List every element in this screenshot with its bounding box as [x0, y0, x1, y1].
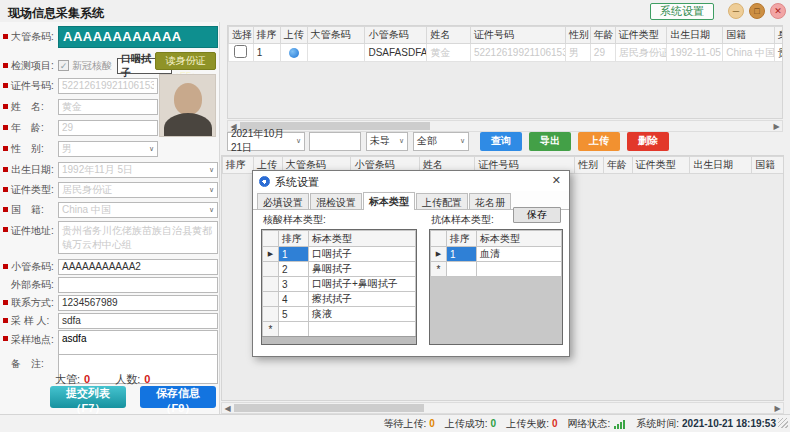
cell-order[interactable]: 3 [279, 277, 309, 292]
system-settings-button[interactable]: 系统设置 [650, 3, 714, 20]
cell-order[interactable] [279, 322, 309, 337]
scroll-left-icon[interactable]: ◀ [222, 404, 233, 413]
grid-row[interactable]: 5 痰液 [263, 307, 416, 322]
antibody-type-label: 抗体样本类型: [431, 213, 494, 227]
date-picker[interactable]: 2021年10月21日 ∨ [227, 132, 305, 151]
entry-form-panel: 大管条码: 检测项目: ✓ 新冠核酸 口咽拭子 ∨ 读身份证（F5） 证件号码:… [0, 22, 220, 414]
tab-required-settings[interactable]: 必填设置 [257, 193, 309, 209]
grid-new-row[interactable]: * [263, 322, 416, 337]
export-filter-select[interactable]: 未导 ∨ [366, 132, 408, 151]
counters: 大管:0 人数:0 [55, 372, 172, 387]
gender-select[interactable]: 男 ∨ [58, 141, 158, 157]
grid-row[interactable]: 2 鼻咽拭子 [263, 262, 416, 277]
cell-sample-type[interactable]: 鼻咽拭子 [309, 262, 416, 277]
grid-hscrollbar[interactable] [262, 336, 416, 344]
submit-list-button[interactable]: 提交列表（F7） [50, 386, 126, 408]
photo-head [174, 83, 202, 115]
scroll-right-icon[interactable]: ▶ [771, 122, 782, 131]
birth-date-picker[interactable]: 1992年11月 5日 ∨ [58, 162, 218, 178]
required-marker [3, 318, 8, 323]
tab-upload-config[interactable]: 上传配置 [416, 193, 468, 209]
table-row[interactable]: 1 DSAFASDFAAAS DSAFASDFAAAS1 黄金 52212619… [229, 44, 784, 62]
cell-sample-type[interactable]: 擦拭拭子 [309, 292, 416, 307]
scrollbar-thumb[interactable] [234, 404, 424, 412]
cell-gender: 男 [566, 44, 591, 62]
birth-date-value: 1992年11月 5日 [62, 163, 133, 177]
search-input[interactable] [309, 132, 361, 151]
cell-sample-type[interactable]: 血清 [477, 247, 562, 262]
id-address-textarea[interactable]: 贵州省务川仡佬族苗族自治县黄都镇万云村中心组 [58, 221, 218, 254]
tab-sample-type[interactable]: 标本类型 [363, 192, 415, 210]
close-icon[interactable]: ✕ [552, 174, 561, 187]
cell-order: 1 [253, 44, 280, 62]
required-marker [3, 104, 8, 109]
cell-sample-type[interactable] [309, 322, 416, 337]
external-barcode-input[interactable] [58, 277, 218, 293]
tab-roster[interactable]: 花名册 [469, 193, 511, 209]
name-input[interactable] [58, 99, 158, 115]
row-checkbox[interactable] [234, 45, 247, 58]
required-marker [3, 264, 8, 269]
cell-big-barcode[interactable]: DSAFASDFAAAS [307, 44, 365, 62]
cell-birth-date: 1992-11-05 [667, 44, 723, 62]
scroll-right-icon[interactable]: ▶ [772, 404, 783, 413]
covid-checkbox-label: 新冠核酸 [72, 59, 112, 73]
nationality-select[interactable]: China 中国 ∨ [58, 202, 218, 218]
id-number-input[interactable] [58, 78, 158, 94]
cell-order[interactable]: 1 [279, 247, 309, 262]
grid-new-row[interactable]: * [431, 262, 562, 277]
minimize-icon[interactable]: ─ [728, 3, 744, 19]
date-value: 2021年10月21日 [231, 127, 294, 155]
delete-button[interactable]: 删除 [627, 132, 669, 151]
cell-sample-type[interactable]: 口咽拭子+鼻咽拭子 [309, 277, 416, 292]
field-external-barcode: 外部条码: [3, 276, 218, 293]
resize-grip[interactable] [778, 418, 788, 428]
column-header: 姓名 [427, 27, 470, 44]
cell-sample-type[interactable] [477, 262, 562, 277]
upload-button[interactable]: 上传 [578, 132, 620, 151]
save-button[interactable]: 保存 [513, 207, 561, 223]
id-type-select[interactable]: 居民身份证 ∨ [58, 182, 218, 198]
field-label: 外部条码: [11, 278, 58, 292]
read-id-card-button[interactable]: 读身份证（F5） [155, 52, 216, 70]
small-barcode-input[interactable] [58, 259, 218, 275]
main-hscrollbar[interactable]: ◀ ▶ [221, 402, 784, 414]
export-button[interactable]: 导出 [529, 132, 571, 151]
waiting-upload-label: 等待上传: [383, 417, 426, 431]
field-id-address: 证件地址: 贵州省务川仡佬族苗族自治县黄都镇万云村中心组 [3, 221, 218, 238]
column-header: 证件类型 [632, 157, 690, 174]
grid-row[interactable]: ▶ 1 血清 [431, 247, 562, 262]
field-remark: 备 注: [3, 354, 218, 371]
cell-order[interactable]: 5 [279, 307, 309, 322]
close-icon[interactable]: ✕ [770, 3, 786, 19]
field-label: 大管条码: [11, 30, 58, 44]
cell-order[interactable] [447, 262, 477, 277]
type-filter-select[interactable]: 全部 ∨ [413, 132, 469, 151]
cell-order[interactable]: 4 [279, 292, 309, 307]
grid-row[interactable]: ▶ 1 口咽拭子 [263, 247, 416, 262]
cell-sample-type[interactable]: 口咽拭子 [309, 247, 416, 262]
query-button[interactable]: 查询 [480, 132, 522, 151]
column-header: 出生日期 [690, 157, 752, 174]
system-time-value: 2021-10-21 18:19:53 [682, 418, 776, 429]
sampler-input[interactable] [58, 313, 218, 329]
dialog-title-bar[interactable]: 系统设置 ✕ [253, 171, 569, 191]
age-input[interactable] [58, 120, 158, 136]
grid-row[interactable]: 4 擦拭拭子 [263, 292, 416, 307]
table-header-row: 选择 排序 上传 大管条码 小管条码 姓名 证件号码 性别 年龄 证件类型 出生… [229, 27, 784, 44]
photo-torso [164, 113, 212, 137]
tab-mixed-settings[interactable]: 混检设置 [310, 193, 362, 209]
cell-order[interactable]: 1 [447, 247, 477, 262]
covid-checkbox[interactable]: ✓ [58, 60, 69, 71]
field-label: 备 注: [11, 357, 58, 371]
save-info-button[interactable]: 保存信息（F9） [140, 386, 216, 408]
contact-input[interactable] [58, 295, 218, 311]
grid-row[interactable]: 3 口咽拭子+鼻咽拭子 [263, 277, 416, 292]
maximize-icon[interactable]: □ [749, 3, 765, 19]
cell-order[interactable]: 2 [279, 262, 309, 277]
column-header: 选择 [229, 27, 254, 44]
cell-sample-type[interactable]: 痰液 [309, 307, 416, 322]
column-header: 排序 [279, 231, 309, 247]
system-settings-dialog: 系统设置 ✕ 必填设置 混检设置 标本类型 上传配置 花名册 核酸样本类型: 抗… [252, 170, 570, 357]
main-barcode-input[interactable] [58, 26, 218, 48]
